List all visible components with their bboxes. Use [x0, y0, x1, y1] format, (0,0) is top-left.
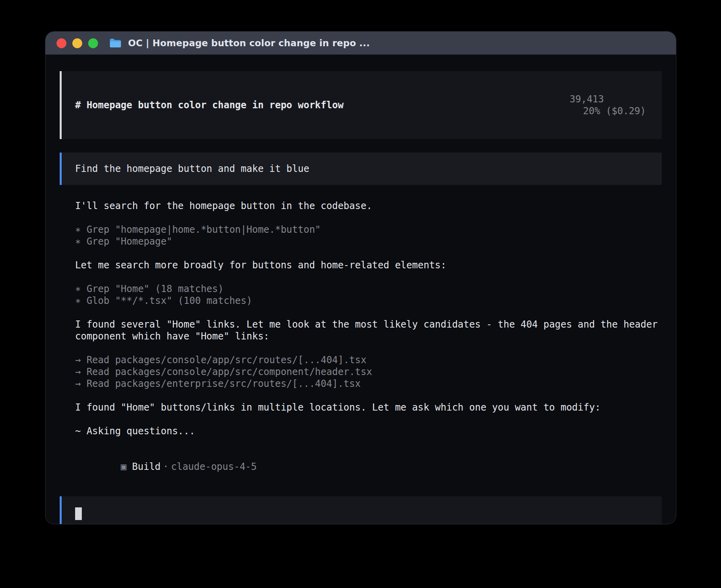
text-cursor	[75, 507, 82, 520]
session-header: # Homepage button color change in repo w…	[60, 71, 662, 139]
titlebar[interactable]: OC | Homepage button color change in rep…	[45, 32, 676, 55]
session-stats: 39,413 20% ($0.29)	[524, 81, 646, 129]
user-message-text: Find the homepage button and make it blu…	[75, 163, 309, 174]
assistant-text-broader: Let me search more broadly for buttons a…	[75, 259, 662, 271]
window-title: OC | Homepage button color change in rep…	[128, 38, 370, 48]
close-button[interactable]	[57, 38, 66, 48]
tool-call-group-broad: ∗ Grep "Home" (18 matches) ∗ Glob "**/*.…	[75, 283, 662, 307]
tool-call-read: → Read packages/console/app/src/routes/[…	[75, 354, 662, 366]
assistant-text-intro: I'll search for the homepage button in t…	[75, 200, 662, 212]
token-count: 39,413	[570, 94, 604, 105]
agent-separator: ·	[163, 461, 168, 472]
tool-call-grep: ∗ Grep "Home" (18 matches)	[75, 283, 662, 295]
folder-icon	[109, 38, 121, 48]
tool-call-group-search: ∗ Grep "homepage|home.*button|Home.*butt…	[75, 224, 662, 247]
tool-call-glob: ∗ Glob "**/*.tsx" (100 matches)	[75, 295, 662, 307]
tool-call-grep: ∗ Grep "Homepage"	[75, 236, 662, 247]
context-usage: 20% ($0.29)	[583, 106, 646, 117]
tool-call-read: → Read packages/enterprise/src/routes/[.…	[75, 378, 662, 390]
terminal-window: OC | Homepage button color change in rep…	[45, 32, 676, 524]
transcript: I'll search for the homepage button in t…	[60, 185, 662, 484]
tool-call-read: → Read packages/console/app/src/componen…	[75, 366, 662, 378]
session-title: # Homepage button color change in repo w…	[75, 99, 344, 111]
tool-call-group-reads: → Read packages/console/app/src/routes/[…	[75, 354, 662, 390]
agent-name: Build	[132, 461, 160, 472]
terminal-content: # Homepage button color change in repo w…	[45, 55, 676, 524]
user-message: Find the homepage button and make it blu…	[60, 153, 662, 185]
minimize-button[interactable]	[72, 38, 82, 48]
prompt-input[interactable]: BuildClaude Opus 4.5OpenCode Zen	[60, 496, 662, 524]
tool-call-grep: ∗ Grep "homepage|home.*button|Home.*butt…	[75, 224, 662, 236]
agent-model: claude-opus-4-5	[171, 461, 257, 472]
assistant-text-found-buttons: I found "Home" buttons/links in multiple…	[75, 401, 662, 413]
asking-questions-status: ~ Asking questions...	[75, 425, 662, 437]
agent-status-line: ▣Build·claude-opus-4-5	[75, 449, 662, 484]
agent-icon: ▣	[121, 461, 126, 472]
zoom-button[interactable]	[88, 38, 98, 48]
assistant-text-found-links: I found several "Home" links. Let me loo…	[75, 318, 662, 342]
